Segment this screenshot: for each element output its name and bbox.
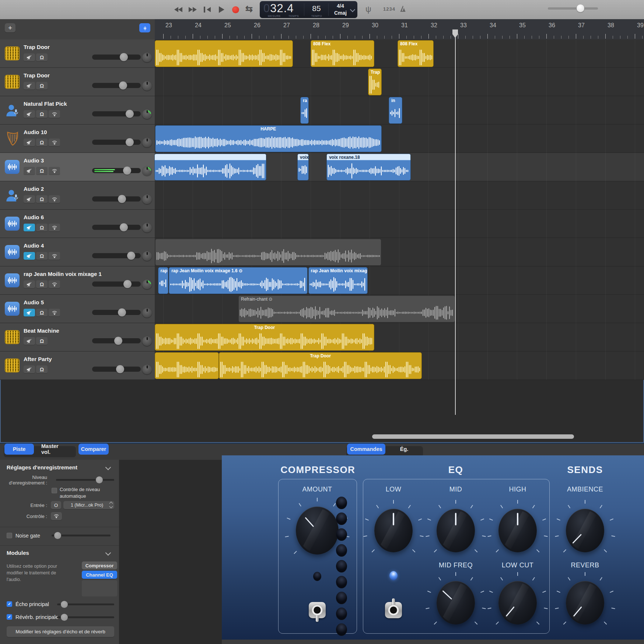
- region-10[interactable]: [155, 239, 381, 266]
- knob-ambience[interactable]: [566, 509, 604, 552]
- track-header-1[interactable]: Trap Door Ω: [0, 68, 155, 96]
- mute-button[interactable]: [24, 280, 35, 288]
- tuner-icon[interactable]: ψ: [365, 4, 371, 14]
- fast-forward-button[interactable]: [189, 3, 198, 16]
- track-volume-slider[interactable]: [92, 196, 141, 202]
- record-button[interactable]: [232, 3, 239, 16]
- region-11[interactable]: rap: [158, 267, 168, 294]
- track-header-5[interactable]: Audio 2 Ω: [0, 181, 155, 210]
- pan-knob[interactable]: [142, 81, 152, 91]
- input-monitoring-button[interactable]: [49, 252, 60, 260]
- mute-button[interactable]: [24, 252, 35, 260]
- track-volume-slider[interactable]: [92, 310, 141, 315]
- solo-button[interactable]: Ω: [36, 139, 48, 146]
- playhead-pin[interactable]: [452, 29, 458, 38]
- mute-button[interactable]: [24, 110, 35, 118]
- track-header-0[interactable]: Trap Door Ω: [0, 39, 155, 68]
- noise-gate-checkbox[interactable]: [7, 533, 12, 538]
- solo-button[interactable]: Ω: [36, 195, 48, 203]
- tab-piste[interactable]: Piste: [4, 444, 34, 455]
- playhead[interactable]: [455, 32, 456, 415]
- region-16[interactable]: [155, 352, 219, 379]
- track-header-10[interactable]: Beat Machine Ω: [0, 323, 155, 351]
- track-header-2[interactable]: Natural Flat Pick Ω: [0, 96, 155, 125]
- pan-knob[interactable]: [142, 280, 152, 289]
- region-5[interactable]: in: [389, 97, 402, 124]
- horizontal-scrollbar[interactable]: [372, 434, 574, 439]
- track-volume-slider[interactable]: [92, 253, 141, 258]
- solo-button[interactable]: Ω: [36, 252, 48, 260]
- mute-button[interactable]: [24, 167, 35, 175]
- region-6[interactable]: HARPE: [155, 125, 382, 152]
- mute-button[interactable]: [24, 195, 35, 203]
- input-monitoring-button[interactable]: [49, 224, 60, 231]
- tab-master-vol[interactable]: Master vol.: [35, 444, 74, 455]
- solo-button[interactable]: Ω: [36, 53, 48, 61]
- track-volume-slider[interactable]: [92, 140, 141, 145]
- echo-checkbox[interactable]: ✓: [7, 601, 12, 607]
- pan-knob[interactable]: [142, 166, 152, 176]
- module-compressor-button[interactable]: Compressor: [82, 561, 117, 570]
- echo-slider[interactable]: [57, 603, 114, 605]
- track-header-8[interactable]: rap Jean Moilin voix mixage 1 Ω: [0, 266, 155, 295]
- play-button[interactable]: [219, 3, 225, 16]
- region-4[interactable]: ra: [300, 97, 309, 124]
- tab-comparer[interactable]: Comparer: [78, 444, 109, 455]
- region-12[interactable]: rap Jean Moilin voix mixage 1.6 ⊙: [169, 267, 308, 294]
- solo-button[interactable]: Ω: [36, 224, 48, 231]
- region-0[interactable]: [155, 40, 293, 67]
- reverb-checkbox[interactable]: ✓: [7, 614, 12, 620]
- mute-button[interactable]: [24, 337, 35, 345]
- reverb-slider[interactable]: [57, 616, 114, 618]
- track-header-6[interactable]: Audio 6 Ω: [0, 210, 155, 238]
- solo-button[interactable]: Ω: [36, 110, 48, 118]
- pan-knob[interactable]: [142, 365, 152, 374]
- compressor-switch[interactable]: [309, 602, 326, 618]
- track-volume-slider[interactable]: [92, 225, 141, 230]
- track-header-4[interactable]: Audio 3 Ω: [0, 153, 155, 181]
- solo-button[interactable]: Ω: [36, 167, 48, 175]
- track-lane-5[interactable]: [155, 181, 644, 210]
- count-in-button[interactable]: 1234: [383, 6, 395, 12]
- track-header-3[interactable]: Audio 10 Ω: [0, 125, 155, 153]
- input-monitoring-button[interactable]: [49, 280, 60, 288]
- master-volume-handle[interactable]: [577, 4, 584, 12]
- input-monitoring-button[interactable]: [49, 195, 60, 203]
- metronome-icon[interactable]: [400, 6, 406, 12]
- region-8[interactable]: voix r: [297, 154, 309, 181]
- knob-high[interactable]: [498, 509, 537, 552]
- track-volume-slider[interactable]: [92, 111, 141, 116]
- pan-knob[interactable]: [142, 195, 152, 204]
- eq-switch[interactable]: [385, 602, 402, 618]
- region-17[interactable]: Trap Door: [219, 352, 422, 379]
- solo-button[interactable]: Ω: [36, 309, 48, 316]
- recording-settings-header[interactable]: Réglages d'enregistrement: [7, 464, 77, 470]
- mute-button[interactable]: [24, 309, 35, 316]
- auto-level-checkbox[interactable]: [52, 488, 57, 493]
- track-header-11[interactable]: After Party Ω: [0, 351, 155, 380]
- chevron-down-icon[interactable]: [105, 465, 111, 470]
- track-header-9[interactable]: Audio 5 Ω: [0, 295, 155, 323]
- region-14[interactable]: Refrain-chant ⊙: [238, 295, 455, 322]
- solo-button[interactable]: Ω: [36, 365, 48, 373]
- input-source-dropdown[interactable]: 1 (Micr...ok Pro): [63, 501, 114, 509]
- knob-low-cut[interactable]: [498, 581, 537, 624]
- mute-button[interactable]: [24, 224, 35, 231]
- input-monitoring-button[interactable]: [49, 139, 60, 146]
- track-lane-1[interactable]: [155, 68, 644, 96]
- track-header-7[interactable]: Audio 4 Ω: [0, 238, 155, 266]
- track-lane-6[interactable]: [155, 210, 644, 238]
- input-monitoring-button[interactable]: [49, 309, 60, 316]
- pan-knob[interactable]: [142, 109, 152, 119]
- master-volume-slider[interactable]: [548, 7, 598, 10]
- edit-echo-reverb-button[interactable]: Modifier les réglages d'écho et de réver…: [7, 626, 114, 637]
- mute-button[interactable]: [24, 53, 35, 61]
- add-track-button[interactable]: +: [5, 23, 15, 32]
- pan-knob[interactable]: [142, 251, 152, 261]
- pan-knob[interactable]: [142, 223, 152, 232]
- mute-button[interactable]: [24, 82, 35, 90]
- region-15[interactable]: Trap Door: [155, 324, 374, 351]
- input-monitoring-button[interactable]: [51, 512, 62, 520]
- region-2[interactable]: 808 Flex: [398, 40, 434, 67]
- track-volume-slider[interactable]: [92, 281, 141, 287]
